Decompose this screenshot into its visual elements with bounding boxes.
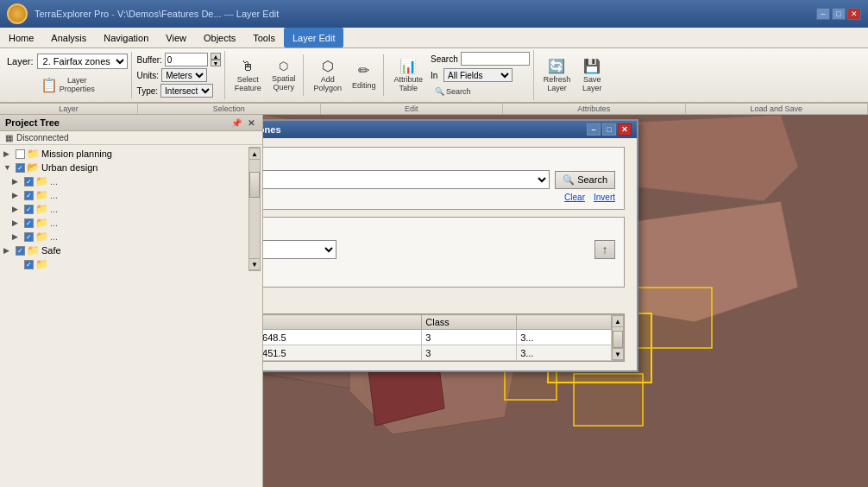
spatial-query-button[interactable]: ⬡ Spatial Query	[267, 56, 300, 94]
save-layer-button[interactable]: 💾 Save Layer	[576, 56, 607, 94]
select-feature-icon: 🖱	[238, 59, 257, 74]
search-string-title: Search String	[263, 155, 615, 165]
add-polygon-button[interactable]: ⬡ Add Polygon	[309, 56, 346, 94]
map-area[interactable]: Attribute Table for layer: 2. Fairfax zo…	[263, 115, 868, 487]
maximize-button[interactable]: □	[832, 8, 846, 20]
menu-analysis[interactable]: Analysis	[42, 28, 95, 47]
dialog-maximize-button[interactable]: □	[602, 123, 616, 136]
attribute-table-button[interactable]: 📊 Attribute Table	[389, 56, 427, 94]
table-row[interactable]: 1 40... 31273648.5 3 3...	[263, 330, 612, 345]
layer-label: Layer:	[7, 56, 34, 66]
refresh-layer-button[interactable]: 🔄 Refresh Layer	[539, 56, 576, 94]
tree-checkbox-sub4[interactable]: ✓	[24, 218, 34, 228]
units-label: Units:	[137, 71, 160, 80]
main-area: Project Tree 📌 ✕ ▦ Disconnected ▶ 📁 Miss…	[0, 115, 868, 487]
tree-checkbox-sub5[interactable]: ✓	[24, 232, 34, 242]
sidebar: Project Tree 📌 ✕ ▦ Disconnected ▶ 📁 Miss…	[0, 115, 263, 487]
search-string-select[interactable]: Selected Features All Features	[263, 170, 550, 189]
qb-value-select[interactable]	[263, 240, 337, 259]
toolbar: Layer: 2. Fairfax zones 📋 Layer Properti…	[0, 48, 868, 104]
sidebar-scrollbar[interactable]: ▲ ▼	[248, 147, 261, 271]
select-feature-label: Select Feature	[235, 75, 261, 92]
table-scroll-down[interactable]: ▼	[612, 348, 624, 360]
search-string-section: Search String Selected Features All Feat…	[263, 147, 625, 210]
tree-toggle-sub1[interactable]: ▶	[12, 177, 22, 186]
menu-home[interactable]: Home	[0, 28, 42, 47]
tree-item-safe[interactable]: ▶ ✓ 📁 Safe	[2, 244, 248, 257]
tree-toggle-mission[interactable]: ▶	[3, 149, 14, 158]
scroll-up-arrow[interactable]: ▲	[248, 148, 261, 160]
tree-toggle-sub5[interactable]: ▶	[12, 232, 22, 241]
tree-checkbox-safe[interactable]: ✓	[16, 246, 25, 256]
dialog-minimize-button[interactable]: –	[587, 123, 601, 136]
tree-checkbox-safe-sub[interactable]: ✓	[24, 260, 34, 269]
search-toolbar-input[interactable]	[461, 52, 530, 66]
tree-toggle-sub4[interactable]: ▶	[12, 218, 22, 227]
menu-tools[interactable]: Tools	[244, 28, 284, 47]
scroll-thumb[interactable]	[249, 172, 260, 198]
grid-icon: ▦	[5, 133, 13, 142]
cell-extra-2: 3...	[517, 345, 612, 361]
menu-view[interactable]: View	[157, 28, 195, 47]
project-tree: ▶ 📁 Mission planning ▼ ✓ 📂 Urban design	[0, 145, 262, 487]
col-header-area: AREA	[263, 315, 422, 330]
tree-item-sub2[interactable]: ▶ ✓ 📁 ...	[2, 188, 248, 202]
menu-layer-edit[interactable]: Layer Edit	[284, 28, 344, 47]
tree-toggle-safe[interactable]: ▶	[3, 246, 14, 255]
menu-objects[interactable]: Objects	[195, 28, 244, 47]
minimize-button[interactable]: –	[816, 8, 830, 20]
buffer-input[interactable]	[165, 53, 208, 66]
save-layer-icon: 💾	[582, 58, 601, 74]
sidebar-pin-icon[interactable]: 📌	[230, 117, 242, 129]
app-logo	[7, 3, 28, 24]
buffer-decrement[interactable]: ▼	[211, 60, 221, 66]
units-select[interactable]: Meters	[161, 68, 207, 82]
table-scroll-up[interactable]: ▲	[612, 315, 624, 327]
qb-add-button[interactable]: ↑	[594, 240, 615, 259]
dialog-close-button[interactable]: ✕	[618, 123, 632, 136]
clear-link[interactable]: Clear	[564, 193, 585, 202]
search-string-row: Selected Features All Features 🔍 Search	[263, 170, 615, 189]
attribute-table-dialog: Attribute Table for layer: 2. Fairfax zo…	[263, 119, 638, 372]
toolbar-labels: Layer Selection Edit Attributes Load and…	[0, 104, 868, 115]
tree-item-sub1[interactable]: ▶ ✓ 📁 ...	[2, 174, 248, 188]
table-row[interactable]: 1 40... 17959451.5 3 3...	[263, 345, 612, 361]
query-field-row: 𝑓 SUBTRA = != < >	[263, 240, 615, 259]
invert-link[interactable]: Invert	[594, 193, 615, 202]
close-button[interactable]: ✕	[847, 8, 861, 20]
editing-button[interactable]: ✏ Editing	[348, 56, 381, 94]
buffer-group: Buffer: ▲ ▼ Units: Meters Type: Intersec…	[137, 53, 221, 98]
tree-toggle-urban[interactable]: ▼	[3, 163, 14, 172]
tree-item-sub3[interactable]: ▶ ✓ 📁 ...	[2, 202, 248, 216]
buffer-increment[interactable]: ▲	[211, 53, 221, 60]
search-icon: 🔍	[563, 174, 575, 186]
tree-item-mission-planning[interactable]: ▶ 📁 Mission planning	[2, 147, 248, 161]
query-builder-title: Query Builder	[263, 225, 615, 235]
tree-item-sub4[interactable]: ▶ ✓ 📁 ...	[2, 216, 248, 230]
tree-item-urban-design[interactable]: ▼ ✓ 📂 Urban design	[2, 161, 248, 174]
search-execute-button[interactable]: 🔍 Search	[431, 85, 475, 98]
title-bar-controls: – □ ✕	[816, 8, 861, 20]
tree-checkbox-sub3[interactable]: ✓	[24, 205, 34, 214]
tree-toggle-sub2[interactable]: ▶	[12, 191, 22, 199]
menu-navigation[interactable]: Navigation	[95, 28, 157, 47]
tree-checkbox-urban[interactable]: ✓	[16, 163, 25, 173]
sidebar-close-icon[interactable]: ✕	[245, 117, 257, 129]
type-select[interactable]: Intersect	[160, 84, 213, 98]
scroll-down-arrow[interactable]: ▼	[248, 258, 261, 270]
dialog-search-button[interactable]: 🔍 Search	[555, 171, 615, 189]
tree-checkbox-sub2[interactable]: ✓	[24, 191, 34, 200]
tree-toggle-sub3[interactable]: ▶	[12, 205, 22, 213]
tree-checkbox-sub1[interactable]: ✓	[24, 177, 34, 187]
tree-item-safe-sub[interactable]: ✓ 📁	[2, 257, 248, 271]
tree-checkbox-mission[interactable]	[16, 149, 25, 159]
query-builder-section: Query Builder 𝑓 SUBTRA = != < >	[263, 217, 625, 288]
select-feature-button[interactable]: 🖱 Select Feature	[230, 56, 266, 94]
layer-select[interactable]: 2. Fairfax zones	[37, 54, 128, 69]
display-row: Display items of 443.	[263, 294, 625, 310]
tree-item-sub5[interactable]: ▶ ✓ 📁 ...	[2, 230, 248, 244]
search-field-select[interactable]: All Fields	[443, 68, 513, 82]
layer-properties-button[interactable]: 📋 Layer Properties	[7, 73, 128, 97]
table-scrollbar[interactable]: ▲ ▼	[612, 314, 624, 361]
table-scroll-thumb[interactable]	[613, 331, 623, 348]
